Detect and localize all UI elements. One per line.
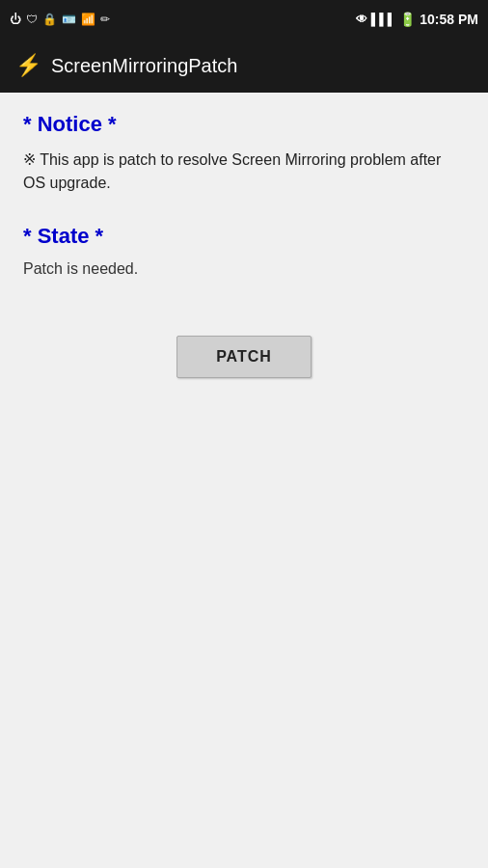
shield-icon: 🛡 xyxy=(26,13,38,26)
status-time: 10:58 PM xyxy=(420,12,478,27)
status-bar: ⏻ 🛡 🔒 🪪 📶 ✏ 👁 ▌▌▌ 🔋 10:58 PM xyxy=(0,0,488,39)
notice-body: ※ This app is patch to resolve Screen Mi… xyxy=(23,149,465,195)
id-icon: 🪪 xyxy=(62,13,76,26)
edit-icon: ✏ xyxy=(100,13,110,26)
app-icon: ⚡ xyxy=(15,53,41,78)
status-bar-right-icons: 👁 ▌▌▌ 🔋 10:58 PM xyxy=(356,12,478,27)
state-section: * State * Patch is needed. xyxy=(23,224,465,278)
battery-icon: 🔋 xyxy=(399,12,416,27)
usb-icon: ⏻ xyxy=(10,13,21,26)
wifi-icon: 📶 xyxy=(81,13,95,26)
patch-button-container: PATCH xyxy=(23,336,465,378)
state-body: Patch is needed. xyxy=(23,260,465,278)
state-title: * State * xyxy=(23,224,465,249)
patch-button[interactable]: PATCH xyxy=(176,336,312,378)
app-bar: ⚡ ScreenMirroringPatch xyxy=(0,39,488,93)
notice-section: * Notice * ※ This app is patch to resolv… xyxy=(23,112,465,195)
status-bar-left-icons: ⏻ 🛡 🔒 🪪 📶 ✏ xyxy=(10,13,110,26)
app-title: ScreenMirroringPatch xyxy=(51,55,237,77)
signal-icon: ▌▌▌ xyxy=(371,13,396,26)
notice-title: * Notice * xyxy=(23,112,465,137)
main-content: * Notice * ※ This app is patch to resolv… xyxy=(0,93,488,868)
eye-icon: 👁 xyxy=(356,13,367,26)
lock-icon: 🔒 xyxy=(42,13,57,26)
